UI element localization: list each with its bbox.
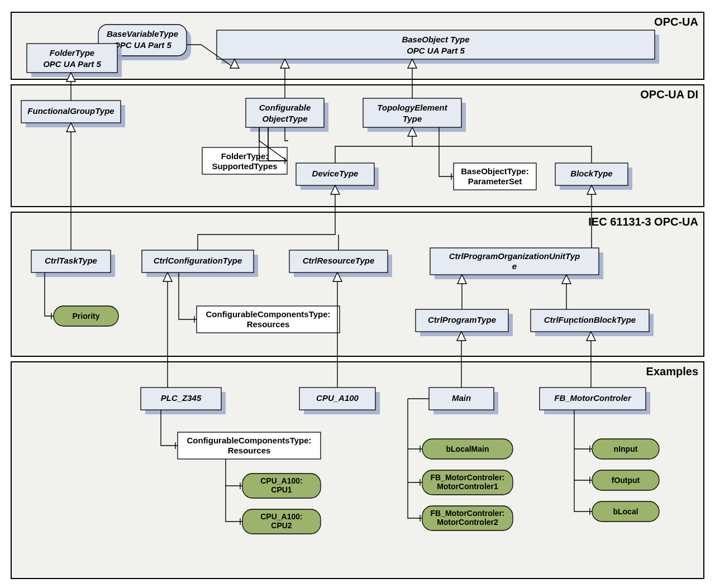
- svg-text:OPC UA Part 5: OPC UA Part 5: [407, 46, 465, 55]
- svg-text:CPU1: CPU1: [271, 485, 292, 494]
- svg-text:CtrlProgramOrganizationUnitTyp: CtrlProgramOrganizationUnitTyp: [449, 251, 580, 261]
- svg-text:DeviceType: DeviceType: [312, 169, 359, 178]
- layer-di-label: OPC-UA DI: [640, 88, 698, 101]
- svg-text:BaseObjectType:: BaseObjectType:: [461, 166, 528, 176]
- layer-opcua-label: OPC-UA: [654, 16, 698, 28]
- svg-text:TopologyElement: TopologyElement: [377, 103, 447, 112]
- svg-text:CtrlFunctionBlockType: CtrlFunctionBlockType: [544, 315, 636, 324]
- svg-text:FB_MotorControler:: FB_MotorControler:: [431, 509, 505, 518]
- svg-text:e: e: [512, 261, 517, 271]
- svg-text:ConfigurableComponentsType:: ConfigurableComponentsType:: [206, 309, 330, 319]
- svg-text:bLocal: bLocal: [613, 507, 638, 516]
- svg-text:ObjectType: ObjectType: [262, 114, 307, 123]
- svg-text:Priority: Priority: [72, 312, 99, 321]
- svg-text:BaseVariableType: BaseVariableType: [107, 29, 178, 39]
- svg-text:ConfigurableComponentsType:: ConfigurableComponentsType:: [187, 436, 311, 445]
- svg-text:SupportedTypes: SupportedTypes: [212, 161, 277, 171]
- svg-text:PLC_Z345: PLC_Z345: [161, 393, 202, 403]
- svg-text:Configurable: Configurable: [259, 103, 311, 112]
- svg-text:bLocalMain: bLocalMain: [446, 444, 489, 453]
- svg-text:CPU_A100:: CPU_A100:: [260, 476, 302, 485]
- svg-text:fOutput: fOutput: [612, 476, 640, 485]
- svg-text:CPU_A100:: CPU_A100:: [260, 512, 302, 521]
- svg-text:nInput: nInput: [614, 444, 638, 453]
- svg-text:Resources: Resources: [228, 446, 271, 455]
- svg-text:Type: Type: [403, 114, 422, 123]
- svg-text:CtrlConfigurationType: CtrlConfigurationType: [154, 256, 242, 265]
- svg-text:FolderType: FolderType: [50, 48, 94, 58]
- svg-text:FolderType:: FolderType:: [221, 151, 269, 161]
- svg-text:FB_MotorControler:: FB_MotorControler:: [431, 473, 505, 482]
- layer-iec-label: IEC 61131-3 OPC-UA: [588, 216, 698, 228]
- svg-text:CtrlTaskType: CtrlTaskType: [45, 256, 97, 265]
- svg-text:CPU2: CPU2: [271, 521, 292, 530]
- svg-text:CtrlProgramType: CtrlProgramType: [428, 315, 496, 324]
- svg-text:OPC UA Part 5: OPC UA Part 5: [113, 40, 171, 50]
- svg-text:Main: Main: [452, 393, 471, 403]
- layer-ex-label: Examples: [646, 365, 698, 377]
- svg-text:MotorControler1: MotorControler1: [437, 482, 498, 491]
- svg-text:CtrlResourceType: CtrlResourceType: [303, 256, 375, 265]
- svg-text:CPU_A100: CPU_A100: [316, 393, 359, 403]
- svg-text:MotorControler2: MotorControler2: [437, 518, 498, 527]
- svg-text:BlockType: BlockType: [570, 169, 612, 178]
- diagram-svg: OPC-UA OPC-UA DI IEC 61131-3 OPC-UA Exam…: [0, 0, 715, 588]
- svg-text:ParameterSet: ParameterSet: [468, 176, 522, 186]
- svg-text:Resources: Resources: [247, 319, 290, 329]
- svg-text:OPC UA Part 5: OPC UA Part 5: [43, 59, 101, 69]
- svg-text:FunctionalGroupType: FunctionalGroupType: [27, 106, 114, 116]
- svg-text:FB_MotorControler: FB_MotorControler: [554, 393, 632, 403]
- svg-text:BaseObject Type: BaseObject Type: [402, 35, 469, 44]
